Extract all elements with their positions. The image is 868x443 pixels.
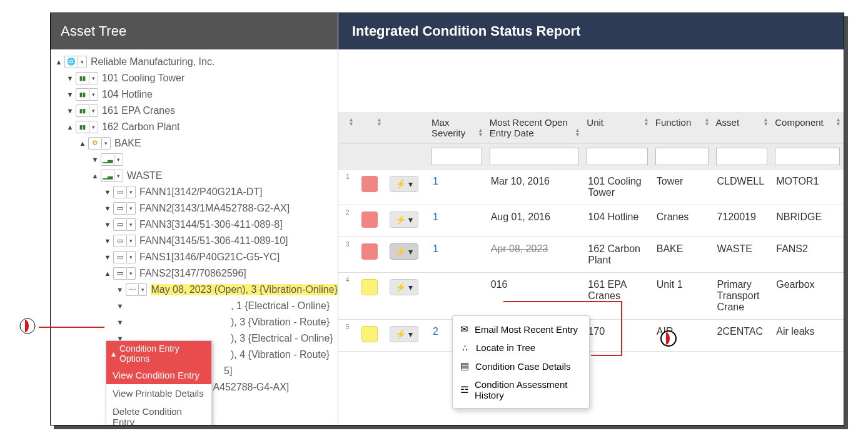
filter-asset[interactable] bbox=[716, 148, 768, 165]
sort-icon[interactable]: ▴▾ bbox=[705, 117, 709, 126]
tree-component[interactable]: FANS1[3146/P40G21C-G5-YC] bbox=[139, 252, 280, 263]
menu-assessment-history[interactable]: ☲Condition Assessment History bbox=[453, 375, 589, 404]
chevron-down-icon[interactable]: ▾ bbox=[89, 104, 98, 117]
severity-link[interactable]: 1 bbox=[433, 176, 438, 186]
tree-component[interactable]: FANN1[3142/P40G21A-DT] bbox=[139, 186, 263, 198]
caret-icon[interactable]: ▼ bbox=[66, 107, 74, 115]
caret-icon[interactable]: ▼ bbox=[66, 74, 74, 82]
menu-view-condition-entry[interactable]: View Condition Entry bbox=[106, 366, 211, 384]
col-open-date[interactable]: Most Recent Open Entry Date▴▾ bbox=[486, 112, 583, 144]
sort-icon[interactable]: ▴▾ bbox=[837, 117, 840, 126]
component-icon: ▭ bbox=[113, 251, 127, 263]
chevron-down-icon[interactable]: ▾ bbox=[127, 251, 136, 263]
sort-icon[interactable]: ▴▾ bbox=[378, 117, 381, 126]
report-panel: Integrated Condition Status Report ▴▾ ▴▾… bbox=[338, 13, 844, 425]
caret-icon[interactable]: ▼ bbox=[116, 286, 124, 293]
condition-entry-partial[interactable]: ), 4 {Vibration - Route} bbox=[231, 349, 330, 360]
chevron-down-icon[interactable]: ▾ bbox=[127, 267, 136, 280]
filter-unit[interactable] bbox=[587, 148, 647, 165]
severity-link[interactable]: 2 bbox=[433, 326, 438, 337]
caret-icon[interactable]: ▼ bbox=[103, 205, 112, 212]
component-icon: ▭ bbox=[113, 186, 127, 198]
chevron-down-icon[interactable]: ▾ bbox=[89, 121, 98, 133]
sort-icon[interactable]: ▴▾ bbox=[764, 117, 767, 126]
condition-entry-partial[interactable]: , 1 {Electrical - Online} bbox=[231, 300, 330, 312]
function-cell: BAKE bbox=[652, 237, 712, 273]
col-function[interactable]: Function▴▾ bbox=[652, 112, 712, 144]
tree-component-partial[interactable]: 5] bbox=[224, 365, 232, 377]
col-severity-chip[interactable]: ▴▾ bbox=[356, 112, 384, 144]
menu-email-entry[interactable]: ✉Email Most Recent Entry bbox=[453, 320, 589, 339]
caret-icon[interactable]: ▼ bbox=[103, 237, 112, 245]
caret-icon[interactable]: ▼ bbox=[103, 221, 112, 228]
tree-unit[interactable]: 104 Hotline bbox=[102, 89, 153, 100]
sort-icon[interactable]: ▴▾ bbox=[479, 128, 482, 136]
filter-function[interactable] bbox=[655, 148, 709, 165]
chevron-down-icon[interactable]: ▾ bbox=[127, 202, 136, 215]
col-max-severity[interactable]: Max Severity▴▾ bbox=[428, 112, 486, 144]
chevron-down-icon[interactable]: ▾ bbox=[102, 137, 111, 150]
severity-chip-icon bbox=[361, 176, 378, 192]
tree-component[interactable]: FANS2[3147/70862596] bbox=[139, 268, 246, 279]
row-action-menu[interactable]: ✉Email Most Recent Entry ⛬Locate in Tree… bbox=[452, 315, 590, 409]
caret-icon[interactable]: ▼ bbox=[91, 156, 99, 163]
sort-icon[interactable]: ▴▾ bbox=[576, 128, 579, 136]
component-icon: ▭ bbox=[113, 235, 127, 247]
condition-entry-partial[interactable]: ), 3 {Electrical - Online} bbox=[231, 333, 333, 344]
chevron-down-icon[interactable]: ▾ bbox=[127, 218, 136, 231]
caret-icon[interactable]: ▼ bbox=[66, 91, 74, 98]
col-rownum[interactable]: ▴▾ bbox=[338, 112, 356, 144]
caret-icon[interactable]: ▲ bbox=[78, 140, 87, 147]
tree-unit[interactable]: 161 EPA Cranes bbox=[102, 105, 175, 116]
date-cell: 016 bbox=[486, 273, 583, 320]
filter-max-severity[interactable] bbox=[431, 148, 482, 165]
caret-icon[interactable]: ▲ bbox=[91, 172, 99, 180]
severity-link[interactable]: 1 bbox=[433, 211, 438, 222]
chevron-down-icon[interactable]: ▾ bbox=[139, 283, 148, 296]
sort-icon[interactable]: ▴▾ bbox=[350, 117, 353, 126]
menu-delete-condition-entry[interactable]: Delete Condition Entry bbox=[106, 402, 211, 425]
filter-open-date[interactable] bbox=[490, 148, 580, 165]
col-unit[interactable]: Unit▴▾ bbox=[583, 112, 651, 144]
sort-icon[interactable]: ▴▾ bbox=[645, 117, 648, 126]
tree-root-label[interactable]: Reliable Manufacturing, Inc. bbox=[91, 56, 214, 68]
tree-component[interactable]: FANN3[3144/51-306-411-089-8] bbox=[139, 219, 283, 230]
tree-component[interactable]: FANN2[3143/1MA452788-G2-AX] bbox=[139, 203, 290, 214]
caret-icon[interactable]: ▲ bbox=[54, 58, 63, 66]
tree-asset[interactable]: WASTE bbox=[127, 170, 162, 181]
chevron-down-icon[interactable]: ▾ bbox=[114, 170, 123, 182]
chevron-down-icon[interactable]: ▾ bbox=[114, 153, 123, 166]
context-menu[interactable]: ▴Condition Entry Options View Condition … bbox=[106, 340, 212, 425]
chevron-down-icon[interactable]: ▾ bbox=[127, 235, 136, 247]
condition-entry-label[interactable]: May 08, 2023 (Open), 3 {Vibration-Online… bbox=[151, 284, 338, 295]
condition-entry-partial[interactable]: ), 3 {Vibration - Route} bbox=[231, 317, 330, 328]
filter-component[interactable] bbox=[775, 148, 840, 165]
chevron-down-icon[interactable]: ▾ bbox=[127, 186, 136, 198]
entry-icon: 〰 bbox=[126, 283, 139, 296]
caret-icon[interactable]: ▼ bbox=[103, 253, 112, 261]
menu-condition-case-details[interactable]: ▤Condition Case Details bbox=[453, 357, 589, 375]
row-action-button[interactable]: ⚡▾ bbox=[390, 326, 418, 342]
col-component[interactable]: Component▴▾ bbox=[771, 112, 844, 144]
severity-link[interactable]: 1 bbox=[433, 243, 438, 254]
row-action-button[interactable]: ⚡▾ bbox=[390, 176, 418, 192]
caret-icon[interactable]: ▲ bbox=[103, 270, 112, 277]
row-action-button[interactable]: ⚡▾ bbox=[390, 211, 418, 228]
caret-icon[interactable]: ▲ bbox=[66, 123, 74, 131]
tree-component[interactable]: FANN4[3145/51-306-411-089-10] bbox=[139, 235, 288, 247]
chevron-down-icon[interactable]: ▾ bbox=[89, 72, 98, 84]
row-action-button[interactable]: ⚡▾ bbox=[390, 279, 418, 295]
tree-function[interactable]: BAKE bbox=[114, 138, 141, 149]
caret-icon[interactable]: ▼ bbox=[116, 302, 124, 310]
chevron-down-icon[interactable]: ▾ bbox=[78, 56, 87, 68]
menu-locate-in-tree[interactable]: ⛬Locate in Tree bbox=[453, 339, 589, 357]
row-action-button[interactable]: ⚡▾ bbox=[390, 243, 418, 260]
tree-unit[interactable]: 162 Carbon Plant bbox=[102, 121, 180, 133]
caret-icon[interactable]: ▼ bbox=[116, 318, 124, 326]
caret-icon[interactable]: ▼ bbox=[103, 188, 112, 196]
chevron-down-icon[interactable]: ▾ bbox=[89, 88, 98, 101]
col-asset[interactable]: Asset▴▾ bbox=[712, 112, 772, 144]
asset-tree[interactable]: ▲ 🌐 ▾ Reliable Manufacturing, Inc. ▼ ▮▮ … bbox=[51, 49, 338, 425]
tree-unit[interactable]: 101 Cooling Tower bbox=[102, 73, 184, 84]
menu-view-printable-details[interactable]: View Printable Details bbox=[106, 384, 211, 402]
